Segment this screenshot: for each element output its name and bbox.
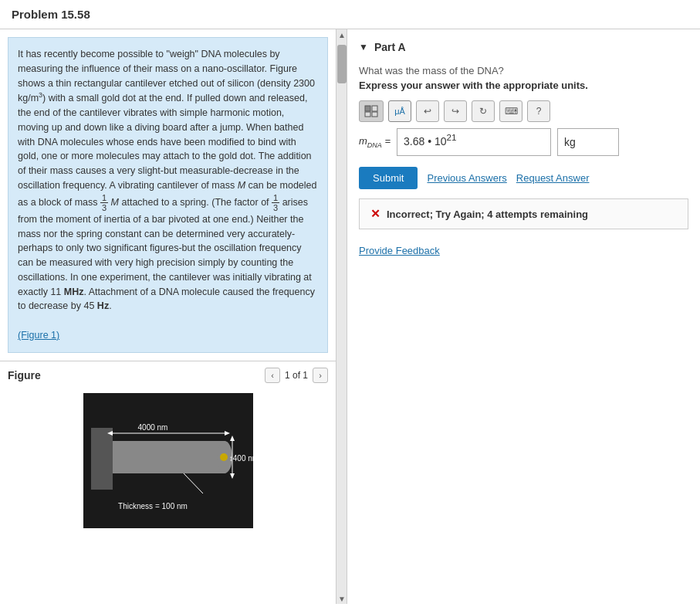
page-title: Problem 15.58: [0, 0, 700, 29]
answer-input[interactable]: 3.68 • 1021: [397, 128, 551, 156]
svg-rect-13: [372, 106, 377, 111]
help-button[interactable]: ?: [527, 100, 550, 122]
answer-toolbar: μÅ ↩ ↪ ↻ ⌨ ?: [359, 100, 688, 122]
provide-feedback-link[interactable]: Provide Feedback: [359, 245, 688, 256]
problem-text: It has recently become possible to "weig…: [8, 37, 328, 353]
variable-label: mDNA =: [359, 135, 391, 149]
svg-rect-15: [372, 112, 377, 117]
keyboard-button[interactable]: ⌨: [499, 100, 522, 122]
instruction-text: Express your answer with the appropriate…: [359, 80, 688, 91]
unit-field[interactable]: kg: [557, 128, 619, 156]
figure-prev-button[interactable]: ‹: [265, 368, 280, 383]
refresh-button[interactable]: ↻: [472, 100, 495, 122]
svg-rect-2: [91, 428, 113, 490]
cantilever-diagram: 4000 nm ↕400 nm Thickness = 100 nm: [83, 393, 253, 528]
matrix-icon: [364, 105, 378, 117]
figure-section: Figure ‹ 1 of 1 ›: [0, 361, 336, 542]
answer-row: mDNA = 3.68 • 1021 kg: [359, 128, 688, 156]
svg-rect-1: [107, 441, 226, 473]
label-thickness: Thickness = 100 nm: [118, 502, 188, 510]
figure-nav: ‹ 1 of 1 ›: [265, 368, 328, 383]
part-label: Part A: [374, 41, 406, 53]
error-icon: ✕: [370, 207, 380, 221]
label-4000nm: 4000 nm: [137, 423, 167, 432]
figure-link[interactable]: (Figure 1): [18, 330, 59, 341]
figure-title: Figure: [8, 369, 259, 381]
left-panel: It has recently become possible to "weig…: [0, 29, 347, 604]
part-header: ▼ Part A: [359, 41, 688, 53]
undo-button[interactable]: ↩: [416, 100, 439, 122]
submit-button[interactable]: Submit: [359, 167, 418, 189]
svg-rect-12: [365, 106, 370, 111]
matrix-button[interactable]: [359, 100, 384, 122]
left-panel-scrollbar[interactable]: ▲ ▼: [336, 29, 347, 604]
scroll-down-arrow[interactable]: ▼: [336, 593, 347, 604]
right-panel: ▼ Part A What was the mass of the DNA? E…: [347, 29, 700, 604]
error-box: ✕ Incorrect; Try Again; 4 attempts remai…: [359, 198, 688, 229]
label-400nm: ↕400 nm: [228, 454, 252, 463]
unit-button[interactable]: μÅ: [388, 100, 411, 122]
figure-page-indicator: 1 of 1: [285, 370, 308, 381]
redo-button[interactable]: ↪: [444, 100, 467, 122]
question-text: What was the mass of the DNA?: [359, 65, 688, 76]
figure-next-button[interactable]: ›: [313, 368, 328, 383]
svg-point-4: [220, 453, 228, 461]
svg-rect-14: [365, 112, 370, 117]
previous-answers-link[interactable]: Previous Answers: [427, 172, 506, 184]
error-message: Incorrect; Try Again; 4 attempts remaini…: [387, 209, 588, 220]
scroll-up-arrow[interactable]: ▲: [336, 29, 347, 40]
problem-text-area: It has recently become possible to "weig…: [0, 29, 336, 361]
scroll-thumb[interactable]: [337, 45, 347, 83]
figure-image-container: 4000 nm ↕400 nm Thickness = 100 nm: [8, 389, 328, 536]
request-answer-link[interactable]: Request Answer: [516, 172, 590, 184]
submit-row: Submit Previous Answers Request Answer: [359, 167, 688, 189]
collapse-arrow-icon[interactable]: ▼: [359, 42, 368, 53]
